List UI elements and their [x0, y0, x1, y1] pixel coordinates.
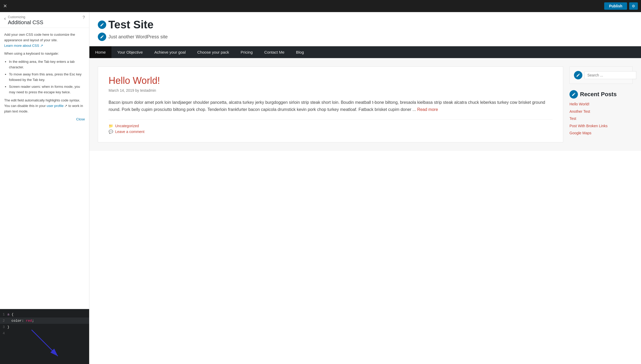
publish-button[interactable]: Publish	[604, 2, 627, 10]
comment-icon: 💬	[109, 130, 113, 134]
autohighlight-text: The edit field automatically highlights …	[4, 98, 85, 114]
folder-icon: 📁	[109, 124, 113, 128]
description-text: Add your own CSS code here to customize …	[4, 32, 85, 48]
code-line-2: 2 color: red;	[0, 317, 89, 324]
code-line-3: 3 }	[0, 324, 89, 330]
read-more-link[interactable]: Read more	[417, 107, 438, 112]
nav-choose-pack[interactable]: Choose your pack	[191, 46, 235, 58]
edit-tagline-icon[interactable]	[98, 33, 106, 41]
recent-post-3: Test	[569, 116, 633, 121]
recent-post-2: Another Test	[569, 109, 633, 114]
customizing-label: Customizing	[8, 15, 43, 19]
sidebar-widget-area: Recent Posts Hello World! Another Test T…	[569, 66, 633, 142]
close-button[interactable]: ✕	[3, 4, 7, 8]
customizer-sidebar: ‹ Customizing Additional CSS ? Add your …	[0, 12, 89, 364]
post-footer: 📁 Uncategorized 💬 Leave a comment	[109, 119, 552, 134]
nav-pricing[interactable]: Pricing	[235, 46, 258, 58]
site-title: Test Site	[108, 18, 154, 31]
post-category: 📁 Uncategorized	[109, 124, 552, 128]
keyboard-intro: When using a keyboard to navigate:	[4, 51, 85, 57]
category-link[interactable]: Uncategorized	[115, 124, 139, 128]
post-title[interactable]: Hello World!	[109, 75, 552, 86]
edit-search-icon[interactable]	[574, 71, 582, 79]
recent-posts-title-row: Recent Posts	[569, 90, 633, 99]
site-preview: Test Site Just another WordPress site Ho…	[89, 12, 641, 364]
sidebar-title-group: Customizing Additional CSS	[8, 15, 43, 25]
learn-more-link[interactable]: Learn more about CSS ↗	[4, 44, 43, 48]
post-meta: March 14, 2019 by testadmin	[109, 88, 552, 93]
recent-post-link-3[interactable]: Test	[569, 116, 576, 121]
edit-recent-posts-icon[interactable]	[569, 90, 578, 99]
site-header: Test Site Just another WordPress site	[89, 12, 641, 46]
keyboard-tip-2: To move away from this area, press the E…	[9, 72, 85, 83]
pencil-icon	[100, 23, 104, 27]
nav-achieve-goal[interactable]: Achieve your goal	[149, 46, 191, 58]
recent-posts-list: Hello World! Another Test Test Post With…	[569, 102, 633, 136]
user-profile-link[interactable]: user profile	[47, 104, 63, 108]
back-button[interactable]: ‹	[4, 16, 6, 21]
arrow-icon: ↗	[64, 104, 68, 108]
sidebar-instructions: Add your own CSS code here to customize …	[0, 28, 89, 309]
site-navigation: Home Your Objective Achieve your goal Ch…	[89, 46, 641, 58]
css-code-editor[interactable]: 1 a { 2 color: red; 3 } 4	[0, 309, 89, 364]
nav-blog[interactable]: Blog	[290, 46, 310, 58]
line-number-3: 3	[0, 325, 7, 329]
line-content-2: color: red;	[7, 319, 34, 323]
site-title-row: Test Site	[98, 18, 633, 31]
recent-posts-title: Recent Posts	[580, 91, 617, 98]
post-excerpt: Bacon ipsum dolor amet pork loin landjae…	[109, 99, 552, 113]
recent-post-link-5[interactable]: Google Maps	[569, 131, 591, 135]
code-line-4: 4	[0, 330, 89, 336]
search-widget	[569, 66, 633, 84]
recent-post-4: Post With Broken Links	[569, 124, 633, 129]
leave-comment-link[interactable]: Leave a comment	[115, 130, 144, 134]
pencil-icon-2	[100, 35, 104, 39]
site-tagline-row: Just another WordPress site	[98, 33, 633, 41]
line-number-4: 4	[0, 331, 7, 335]
edit-title-icon[interactable]	[98, 20, 106, 29]
main-layout: ‹ Customizing Additional CSS ? Add your …	[0, 12, 641, 364]
nav-your-objective[interactable]: Your Objective	[111, 46, 149, 58]
nav-home[interactable]: Home	[89, 46, 111, 58]
sidebar-header-left: ‹ Customizing Additional CSS	[4, 15, 43, 25]
gear-button[interactable]: ⚙	[629, 2, 638, 10]
keyboard-tip-3: Screen reader users: when in forms mode,…	[9, 84, 85, 95]
line-content-3: }	[7, 325, 9, 329]
pencil-icon-3	[576, 73, 580, 77]
post-comments: 💬 Leave a comment	[109, 130, 552, 134]
close-link[interactable]: Close	[4, 117, 85, 122]
code-line-1: 1 a {	[0, 311, 89, 317]
pencil-icon-4	[572, 92, 576, 96]
keyboard-tips-list: In the editing area, the Tab key enters …	[9, 59, 85, 95]
recent-post-link-2[interactable]: Another Test	[569, 109, 590, 114]
help-icon[interactable]: ?	[83, 15, 85, 20]
code-lines: 1 a { 2 color: red; 3 } 4	[0, 309, 89, 339]
main-content: Hello World! March 14, 2019 by testadmin…	[98, 66, 563, 142]
content-area: Hello World! March 14, 2019 by testadmin…	[89, 58, 641, 151]
top-bar: ✕ Publish ⚙	[0, 0, 641, 12]
recent-post-5: Google Maps	[569, 131, 633, 136]
line-number-1: 1	[0, 312, 7, 316]
line-content-1: a {	[7, 312, 13, 316]
keyboard-tip-1: In the editing area, the Tab key enters …	[9, 59, 85, 70]
site-tagline: Just another WordPress site	[108, 34, 168, 40]
nav-contact[interactable]: Contact Me	[258, 46, 290, 58]
recent-post-link-4[interactable]: Post With Broken Links	[569, 124, 608, 128]
recent-post-1: Hello World!	[569, 102, 633, 107]
line-number-2: 2	[0, 319, 7, 323]
recent-post-link-1[interactable]: Hello World!	[569, 102, 589, 106]
sidebar-header: ‹ Customizing Additional CSS ?	[0, 12, 89, 28]
section-title: Additional CSS	[8, 19, 43, 25]
wordpress-site: Test Site Just another WordPress site Ho…	[89, 12, 641, 364]
search-input[interactable]	[584, 71, 636, 79]
